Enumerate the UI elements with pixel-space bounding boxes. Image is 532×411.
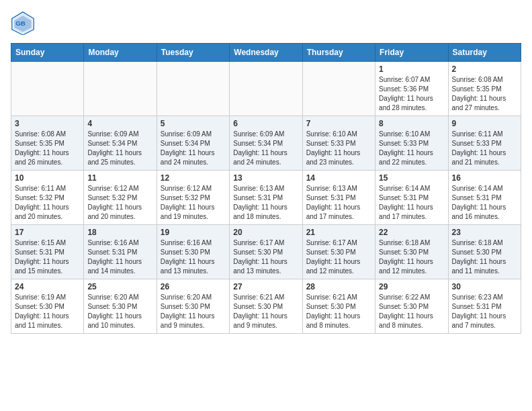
day-info: Sunrise: 6:13 AM Sunset: 5:31 PM Dayligh… — [306, 184, 371, 222]
table-row: 6Sunrise: 6:09 AM Sunset: 5:34 PM Daylig… — [230, 116, 302, 171]
day-number: 12 — [161, 173, 226, 183]
day-header-sunday: Sunday — [11, 44, 84, 62]
day-number: 10 — [15, 173, 80, 183]
day-number: 2 — [452, 64, 517, 74]
day-number: 13 — [233, 173, 298, 183]
table-row: 24Sunrise: 6:19 AM Sunset: 5:30 PM Dayli… — [11, 279, 84, 334]
table-row: 7Sunrise: 6:10 AM Sunset: 5:33 PM Daylig… — [302, 116, 375, 171]
day-header-tuesday: Tuesday — [157, 44, 229, 62]
day-info: Sunrise: 6:21 AM Sunset: 5:30 PM Dayligh… — [233, 293, 298, 330]
day-info: Sunrise: 6:08 AM Sunset: 5:35 PM Dayligh… — [15, 130, 80, 167]
day-info: Sunrise: 6:11 AM Sunset: 5:32 PM Dayligh… — [15, 184, 80, 222]
day-info: Sunrise: 6:13 AM Sunset: 5:31 PM Dayligh… — [233, 184, 298, 222]
day-number: 16 — [452, 173, 517, 183]
day-info: Sunrise: 6:19 AM Sunset: 5:30 PM Dayligh… — [15, 293, 80, 330]
table-row: 14Sunrise: 6:13 AM Sunset: 5:31 PM Dayli… — [302, 171, 375, 225]
calendar-week-2: 3Sunrise: 6:08 AM Sunset: 5:35 PM Daylig… — [11, 116, 521, 171]
day-number: 29 — [379, 282, 444, 291]
calendar-week-1: 1Sunrise: 6:07 AM Sunset: 5:36 PM Daylig… — [11, 62, 521, 116]
day-info: Sunrise: 6:21 AM Sunset: 5:30 PM Dayligh… — [306, 293, 371, 330]
table-row: 3Sunrise: 6:08 AM Sunset: 5:35 PM Daylig… — [11, 116, 84, 171]
day-info: Sunrise: 6:09 AM Sunset: 5:34 PM Dayligh… — [161, 130, 226, 167]
day-number: 14 — [306, 173, 371, 183]
table-row — [230, 62, 302, 116]
logo-icon: GB — [11, 11, 35, 35]
day-info: Sunrise: 6:14 AM Sunset: 5:31 PM Dayligh… — [379, 184, 444, 222]
table-row: 30Sunrise: 6:23 AM Sunset: 5:31 PM Dayli… — [448, 279, 521, 334]
table-row: 23Sunrise: 6:18 AM Sunset: 5:30 PM Dayli… — [448, 225, 521, 279]
table-row: 1Sunrise: 6:07 AM Sunset: 5:36 PM Daylig… — [375, 62, 448, 116]
day-number: 26 — [161, 282, 226, 291]
table-row: 15Sunrise: 6:14 AM Sunset: 5:31 PM Dayli… — [375, 171, 448, 225]
table-row: 20Sunrise: 6:17 AM Sunset: 5:30 PM Dayli… — [230, 225, 302, 279]
calendar-week-5: 24Sunrise: 6:19 AM Sunset: 5:30 PM Dayli… — [11, 279, 521, 334]
day-number: 11 — [87, 173, 152, 183]
table-row — [157, 62, 229, 116]
day-info: Sunrise: 6:10 AM Sunset: 5:33 PM Dayligh… — [379, 130, 444, 167]
table-row: 13Sunrise: 6:13 AM Sunset: 5:31 PM Dayli… — [230, 171, 302, 225]
day-info: Sunrise: 6:14 AM Sunset: 5:31 PM Dayligh… — [452, 184, 517, 222]
day-number: 17 — [15, 228, 80, 237]
day-number: 19 — [161, 228, 226, 237]
day-header-wednesday: Wednesday — [230, 44, 302, 62]
day-info: Sunrise: 6:18 AM Sunset: 5:30 PM Dayligh… — [452, 238, 517, 276]
day-info: Sunrise: 6:10 AM Sunset: 5:33 PM Dayligh… — [306, 130, 371, 167]
table-row: 10Sunrise: 6:11 AM Sunset: 5:32 PM Dayli… — [11, 171, 84, 225]
day-header-saturday: Saturday — [448, 44, 521, 62]
calendar-table: SundayMondayTuesdayWednesdayThursdayFrid… — [11, 43, 521, 334]
day-number: 3 — [15, 119, 80, 128]
table-row: 17Sunrise: 6:15 AM Sunset: 5:31 PM Dayli… — [11, 225, 84, 279]
day-number: 28 — [306, 282, 371, 291]
day-number: 23 — [452, 228, 517, 237]
table-row: 28Sunrise: 6:21 AM Sunset: 5:30 PM Dayli… — [302, 279, 375, 334]
table-row: 4Sunrise: 6:09 AM Sunset: 5:34 PM Daylig… — [84, 116, 157, 171]
table-row: 9Sunrise: 6:11 AM Sunset: 5:33 PM Daylig… — [448, 116, 521, 171]
day-info: Sunrise: 6:08 AM Sunset: 5:35 PM Dayligh… — [452, 75, 517, 113]
day-info: Sunrise: 6:09 AM Sunset: 5:34 PM Dayligh… — [233, 130, 298, 167]
day-info: Sunrise: 6:12 AM Sunset: 5:32 PM Dayligh… — [161, 184, 226, 222]
table-row — [302, 62, 375, 116]
day-header-thursday: Thursday — [302, 44, 375, 62]
day-info: Sunrise: 6:23 AM Sunset: 5:31 PM Dayligh… — [452, 293, 517, 330]
day-info: Sunrise: 6:07 AM Sunset: 5:36 PM Dayligh… — [379, 75, 444, 113]
day-number: 27 — [233, 282, 298, 291]
day-number: 24 — [15, 282, 80, 291]
day-info: Sunrise: 6:20 AM Sunset: 5:30 PM Dayligh… — [161, 293, 226, 330]
day-info: Sunrise: 6:22 AM Sunset: 5:30 PM Dayligh… — [379, 293, 444, 330]
table-row: 19Sunrise: 6:16 AM Sunset: 5:30 PM Dayli… — [157, 225, 229, 279]
table-row — [11, 62, 84, 116]
day-info: Sunrise: 6:17 AM Sunset: 5:30 PM Dayligh… — [306, 238, 371, 276]
table-row: 27Sunrise: 6:21 AM Sunset: 5:30 PM Dayli… — [230, 279, 302, 334]
day-header-monday: Monday — [84, 44, 157, 62]
day-number: 9 — [452, 119, 517, 128]
table-row: 21Sunrise: 6:17 AM Sunset: 5:30 PM Dayli… — [302, 225, 375, 279]
day-info: Sunrise: 6:15 AM Sunset: 5:31 PM Dayligh… — [15, 238, 80, 276]
day-info: Sunrise: 6:16 AM Sunset: 5:31 PM Dayligh… — [87, 238, 152, 276]
page-header: GB — [11, 11, 521, 35]
day-number: 30 — [452, 282, 517, 291]
calendar-header-row: SundayMondayTuesdayWednesdayThursdayFrid… — [11, 44, 521, 62]
day-info: Sunrise: 6:09 AM Sunset: 5:34 PM Dayligh… — [87, 130, 152, 167]
day-info: Sunrise: 6:11 AM Sunset: 5:33 PM Dayligh… — [452, 130, 517, 167]
table-row: 22Sunrise: 6:18 AM Sunset: 5:30 PM Dayli… — [375, 225, 448, 279]
day-number: 8 — [379, 119, 444, 128]
day-number: 7 — [306, 119, 371, 128]
day-number: 18 — [87, 228, 152, 237]
day-number: 21 — [306, 228, 371, 237]
day-number: 25 — [87, 282, 152, 291]
day-number: 6 — [233, 119, 298, 128]
table-row: 12Sunrise: 6:12 AM Sunset: 5:32 PM Dayli… — [157, 171, 229, 225]
table-row: 18Sunrise: 6:16 AM Sunset: 5:31 PM Dayli… — [84, 225, 157, 279]
day-info: Sunrise: 6:18 AM Sunset: 5:30 PM Dayligh… — [379, 238, 444, 276]
day-number: 4 — [87, 119, 152, 128]
table-row: 25Sunrise: 6:20 AM Sunset: 5:30 PM Dayli… — [84, 279, 157, 334]
day-number: 5 — [161, 119, 226, 128]
table-row: 8Sunrise: 6:10 AM Sunset: 5:33 PM Daylig… — [375, 116, 448, 171]
calendar-week-3: 10Sunrise: 6:11 AM Sunset: 5:32 PM Dayli… — [11, 171, 521, 225]
day-info: Sunrise: 6:16 AM Sunset: 5:30 PM Dayligh… — [161, 238, 226, 276]
day-info: Sunrise: 6:20 AM Sunset: 5:30 PM Dayligh… — [87, 293, 152, 330]
table-row: 2Sunrise: 6:08 AM Sunset: 5:35 PM Daylig… — [448, 62, 521, 116]
calendar-week-4: 17Sunrise: 6:15 AM Sunset: 5:31 PM Dayli… — [11, 225, 521, 279]
day-info: Sunrise: 6:12 AM Sunset: 5:32 PM Dayligh… — [87, 184, 152, 222]
day-header-friday: Friday — [375, 44, 448, 62]
